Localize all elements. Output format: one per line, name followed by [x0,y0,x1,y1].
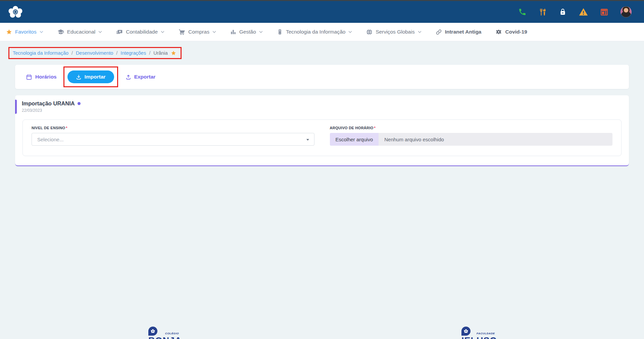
star-icon [6,29,12,35]
page-content: Tecnologia da Informação / Desenvolvimen… [0,41,644,166]
import-card: Importação URANIA 22/03/2023 NIVEL DE EN… [15,95,629,166]
chevron-down-icon [161,31,164,33]
news-icon[interactable] [600,8,608,16]
logo-name-text: IELUSC [461,336,497,339]
chevron-down-icon [418,31,422,33]
money-icon [116,29,123,35]
droplet-flower-icon [461,327,470,336]
nav-item-contabilidade[interactable]: Contabilidade [116,29,164,35]
card-date: 22/03/2023 [22,108,629,113]
nav-label: Gestão [239,29,256,35]
card-accent-bar [15,100,17,114]
chevron-down-icon [212,31,216,33]
caret-down-icon [306,139,309,141]
nav-label: Covid-19 [505,29,527,35]
faculdade-ielusc-logo: FACULDADE IELUSC [461,327,508,339]
flower-icon [7,5,23,19]
logo-name-text: BONJA [148,336,182,339]
nav-label: Contabilidade [126,29,158,35]
lock-icon[interactable] [559,8,567,16]
field-label-text: NIVEL DE ENSINO [32,126,65,130]
tab-bar: Horários Importar Exportar [15,65,629,89]
status-dot [78,102,81,105]
nav-item-favoritos[interactable]: Favoritos [6,29,43,35]
nav-item-compras[interactable]: Compras [179,29,216,35]
chevron-down-icon [348,31,352,33]
card-title-text: Importação URANIA [22,100,75,107]
phone-icon[interactable] [518,8,527,16]
tab-label: Exportar [134,74,156,80]
app-header [0,1,644,23]
droplet-flower-icon [148,327,157,336]
tab-horarios[interactable]: Horários [26,74,57,80]
server-icon [277,29,283,35]
select-placeholder: Selecione... [37,137,63,142]
nav-item-educacional[interactable]: Educacional [57,29,102,35]
brand-flower-logo[interactable] [7,5,23,19]
globe-icon [366,29,373,35]
user-avatar[interactable] [621,6,632,17]
breadcrumb-link[interactable]: Desenvolvimento [76,50,113,56]
chevron-down-icon [40,31,43,33]
arquivo-horario-file-input[interactable]: Escolher arquivo Nenhum arquivo escolhid… [330,133,613,146]
choose-file-button[interactable]: Escolher arquivo [330,133,379,146]
logo-type-text: COLÉGIO [165,332,179,335]
calendar-icon [26,74,32,80]
nav-label: Favoritos [15,29,37,35]
tab-importar[interactable]: Importar [67,70,114,83]
annotation-box-breadcrumb: Tecnologia da Informação / Desenvolvimen… [8,47,182,59]
meals-icon[interactable] [539,8,547,16]
breadcrumb: Tecnologia da Informação / Desenvolvimen… [13,50,176,56]
nav-item-intranet-antiga[interactable]: Intranet Antiga [436,29,482,35]
card-title: Importação URANIA [22,100,629,107]
nav-item-covid-19[interactable]: Covid-19 [495,29,527,35]
breadcrumb-link[interactable]: Tecnologia da Informação [13,50,68,56]
nivel-ensino-select[interactable]: Selecione... [32,133,314,146]
nav-item-gestao[interactable]: Gestão [230,29,263,35]
chevron-down-icon [98,31,102,33]
file-status-text: Nenhum arquivo escolhido [379,133,444,146]
tab-exportar[interactable]: Exportar [126,74,156,80]
field-label: ARQUIVO DE HORÁRIO* [330,126,613,130]
graduation-cap-icon [57,29,64,35]
virus-icon [495,29,502,35]
required-mark: * [66,126,67,130]
download-icon [76,74,82,80]
nav-label: Intranet Antiga [445,29,482,35]
tab-label: Horários [35,74,57,80]
tab-label: Importar [85,74,106,80]
cart-icon [179,29,185,35]
field-label-text: ARQUIVO DE HORÁRIO [330,126,374,130]
nav-label: Serviços Globais [376,29,414,35]
upload-icon [126,74,131,80]
field-nivel-de-ensino: NIVEL DE ENSINO* Selecione... [32,126,314,146]
chevron-down-icon [259,31,263,33]
field-arquivo-de-horario: ARQUIVO DE HORÁRIO* Escolher arquivo Nen… [330,126,613,146]
nav-label: Tecnologia da Informação [286,29,346,35]
warning-icon[interactable] [579,7,588,16]
import-form: NIVEL DE ENSINO* Selecione... ARQUIVO DE… [22,119,622,156]
required-mark: * [374,126,376,130]
breadcrumb-separator: / [71,50,73,56]
favorite-star-icon[interactable] [171,50,176,56]
nav-item-servicos-globais[interactable]: Serviços Globais [366,29,421,35]
breadcrumb-separator: / [149,50,150,56]
nav-label: Educacional [67,29,95,35]
field-label: NIVEL DE ENSINO* [32,126,314,130]
breadcrumb-link[interactable]: Integrações [120,50,146,56]
colegio-bonja-logo: COLÉGIO BONJA [148,327,195,339]
bar-chart-icon [230,29,236,35]
link-icon [436,29,442,35]
nav-label: Compras [188,29,209,35]
breadcrumb-separator: / [116,50,117,56]
nav-item-tecnologia-da-informacao[interactable]: Tecnologia da Informação [277,29,352,35]
breadcrumb-current: Urânia [153,50,168,56]
annotation-box-importar: Importar [63,66,118,87]
logo-type-text: FACULDADE [477,332,495,335]
main-nav: Favoritos Educacional Contabilidade Comp… [0,23,644,41]
